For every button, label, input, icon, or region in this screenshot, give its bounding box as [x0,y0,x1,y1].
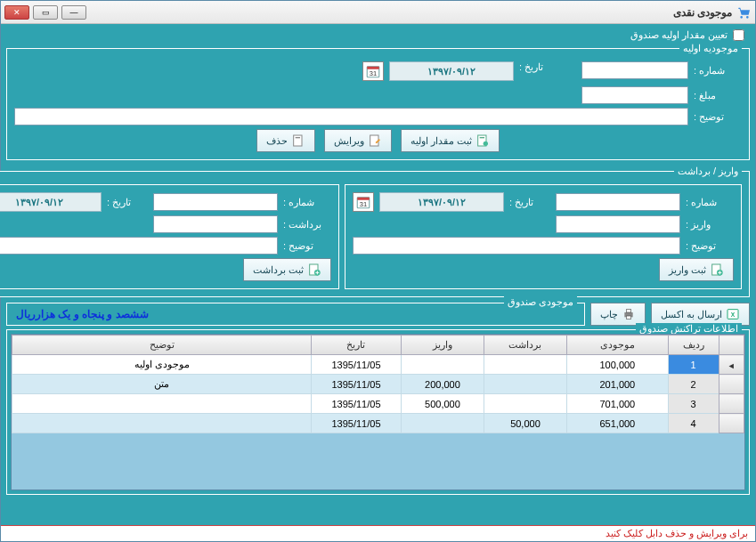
cell-desc: متن [12,375,312,394]
cell-withdraw: 50,000 [484,414,566,433]
cell-withdraw [484,394,566,414]
table-row[interactable]: 3701,000500,0001395/11/05 [12,394,744,414]
printer-icon [622,307,636,321]
withdraw-date-display: ۱۳۹۷/۰۹/۱۲ [0,192,102,212]
withdraw-desc-input[interactable] [0,237,278,255]
save-deposit-label: ثبت واریز [669,264,706,276]
cart-icon [737,5,752,20]
table-row[interactable]: 1100,0001395/11/05موجودی اولیه [12,355,744,375]
cell-index: 3 [668,394,719,414]
cell-balance: 701,000 [566,394,668,414]
initial-checkbox[interactable] [733,29,744,41]
client-area: تعیین مقدار اولیه صندوق موجودیه اولیه شم… [1,24,755,541]
close-button[interactable]: ✕ [4,5,29,20]
col-date[interactable]: تاریخ [312,336,402,355]
save-withdraw-button[interactable]: ثبت برداشت [243,258,331,281]
cell-date: 1395/11/05 [312,414,402,433]
initial-date-picker-button[interactable]: 31 [362,61,384,81]
table-row[interactable]: 2201,000200,0001395/11/05متن [12,375,744,394]
svg-rect-22 [626,310,630,312]
cell-desc: موجودی اولیه [12,355,312,375]
cell-deposit: 500,000 [401,394,484,414]
withdraw-amount-input[interactable] [153,215,278,233]
deposit-amount-input[interactable] [556,215,680,233]
dep-amount-label: واریز : [686,219,734,231]
deposit-date-picker-button[interactable]: 31 [353,192,374,212]
initial-balance-legend: موجودیه اولیه [679,43,742,54]
cell-desc [12,394,312,414]
deposit-number-input[interactable] [556,193,680,211]
balance-legend: موجودی صندوق [504,296,577,308]
transactions-grid[interactable]: ردیف موجودی برداشت واریز تاریخ توضیح 110… [11,334,745,490]
save-withdraw-label: ثبت برداشت [253,264,304,276]
svg-text:31: 31 [360,200,367,208]
initial-desc-input[interactable] [14,108,688,125]
cell-index: 2 [668,375,719,394]
cell-withdraw [484,355,566,375]
initial-number-input[interactable] [581,61,688,79]
number-label: شماره : [694,65,742,77]
calendar-icon: 31 [365,63,381,79]
row-header[interactable] [719,375,744,394]
wd-desc-label: توضیح : [283,240,331,252]
col-desc[interactable]: توضیح [12,336,312,355]
edit-icon [368,133,382,148]
svg-rect-4 [480,137,484,138]
col-deposit[interactable]: واریز [401,336,484,355]
col-withdraw[interactable]: برداشت [484,336,566,355]
add-icon [710,263,724,277]
initial-balance-group: موجودیه اولیه شماره : مبلغ : تاریخ : ۱۳۹… [6,43,750,160]
cell-index: 1 [668,355,719,375]
delete-button[interactable]: حذف [256,129,315,152]
minimize-button[interactable]: ― [61,5,86,20]
edit-button[interactable]: ویرایش [324,129,392,152]
save-deposit-button[interactable]: ثبت واریز [659,258,734,281]
initial-date-display: ۱۳۹۷/۰۹/۱۲ [389,61,514,81]
footer-hint: برای ویرایش و حذف دابل کلیک کنید [1,525,755,541]
wd-amount-label: برداشت : [283,219,331,231]
balance-text: ششصد و پنجاه و یک هزارریال [16,308,149,320]
export-excel-label: ارسال به اکسل [661,309,722,320]
col-balance[interactable]: موجودی [566,336,668,355]
svg-rect-23 [626,316,630,319]
withdraw-group: شماره : تاریخ : ۱۳۹۷/۰۹/۱۲ 31 برداشت : [0,184,339,289]
wd-number-label: شماره : [283,197,331,208]
desc-label: توضیح : [694,111,742,123]
dep-desc-label: توضیح : [686,240,734,252]
svg-point-5 [484,142,488,146]
delete-label: حذف [266,135,288,147]
transactions-group: اطلاعات تراکنش صندوق ردیف موجودی برداشت … [6,329,750,495]
col-row[interactable]: ردیف [668,336,719,355]
row-header[interactable] [719,394,744,414]
window-title: موجودی نقدی [673,6,732,19]
svg-text:31: 31 [370,69,377,77]
cell-deposit: 200,000 [401,375,484,394]
save-initial-button[interactable]: ثبت مقدار اولیه [401,129,500,152]
save-initial-label: ثبت مقدار اولیه [411,135,472,147]
excel-icon: X [726,307,740,321]
row-header[interactable] [719,414,744,433]
date-label: تاریخ : [519,61,555,73]
add-icon [307,263,321,277]
cell-balance: 651,000 [566,414,668,433]
initial-checkbox-label: تعیین مقدار اولیه صندوق [630,29,728,41]
cell-balance: 201,000 [566,375,668,394]
maximize-button[interactable]: ▭ [33,5,58,20]
calendar-icon: 31 [355,194,371,210]
titlebar: ✕ ▭ ― موجودی نقدی [1,1,755,24]
deposit-desc-input[interactable] [353,237,680,255]
cell-deposit [401,414,484,433]
app-window: ✕ ▭ ― موجودی نقدی تعیین مقدار اولیه صندو… [0,0,756,542]
row-header[interactable] [719,355,744,375]
withdraw-number-input[interactable] [153,193,278,211]
cell-balance: 100,000 [566,355,668,375]
cell-desc [12,414,312,433]
initial-checkbox-row: تعیین مقدار اولیه صندوق [6,29,750,41]
edit-label: ویرایش [334,135,364,147]
initial-amount-input[interactable] [581,86,688,104]
deposit-withdraw-legend: واریز / برداشت [674,166,742,177]
table-header-row: ردیف موجودی برداشت واریز تاریخ توضیح [12,336,744,355]
dep-number-label: شماره : [686,197,734,208]
svg-rect-6 [370,135,378,146]
table-row[interactable]: 4651,00050,0001395/11/05 [12,414,744,433]
